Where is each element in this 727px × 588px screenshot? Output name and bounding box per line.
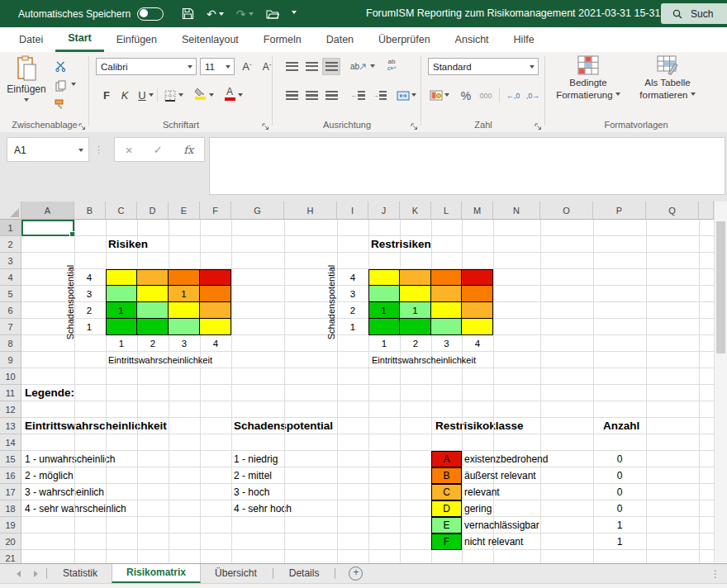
- sheet-tab-risikomatrix[interactable]: Risikomatrix: [112, 564, 201, 583]
- increase-decimal-icon[interactable]: ←,0: [504, 87, 522, 104]
- bold-button[interactable]: F: [99, 87, 114, 104]
- row-header-12[interactable]: 12: [0, 401, 21, 418]
- row-header-14[interactable]: 14: [0, 434, 21, 451]
- column-header-b[interactable]: B: [74, 202, 106, 220]
- fill-color-icon[interactable]: [192, 85, 208, 102]
- matrix-cell[interactable]: [368, 286, 400, 302]
- font-color-dropdown-icon[interactable]: [238, 93, 243, 99]
- paste-button[interactable]: Einfügen: [5, 55, 48, 116]
- risk-class-cell-a[interactable]: A: [431, 451, 462, 467]
- merge-center-icon[interactable]: [395, 87, 411, 104]
- column-header-a[interactable]: A: [21, 202, 74, 220]
- align-right-icon[interactable]: [322, 87, 340, 104]
- column-header-n[interactable]: N: [493, 202, 540, 220]
- row-header-4[interactable]: 4: [0, 269, 21, 286]
- column-header-e[interactable]: E: [169, 202, 200, 220]
- search-box[interactable]: Such: [661, 3, 727, 24]
- number-format-dropdown-icon[interactable]: [530, 65, 535, 71]
- autosave-toggle[interactable]: [137, 7, 164, 21]
- underline-dropdown-icon[interactable]: [149, 93, 154, 99]
- matrix-cell[interactable]: [431, 302, 462, 319]
- matrix-cell[interactable]: [200, 269, 231, 286]
- column-header-partial[interactable]: [699, 202, 714, 220]
- clipboard-dialog-launcher[interactable]: [78, 121, 86, 133]
- sheet-tab-details[interactable]: Details: [275, 564, 334, 583]
- matrix-cell[interactable]: [462, 269, 493, 286]
- borders-icon[interactable]: [162, 87, 178, 104]
- matrix-cell[interactable]: [400, 319, 431, 335]
- matrix-cell[interactable]: [368, 319, 400, 335]
- orientation-icon[interactable]: ab: [349, 58, 368, 75]
- paste-dropdown-icon[interactable]: [24, 98, 29, 104]
- row-header-19[interactable]: 19: [0, 517, 21, 533]
- column-header-f[interactable]: F: [200, 202, 231, 220]
- column-header-m[interactable]: M: [462, 202, 493, 220]
- matrix-cell[interactable]: [137, 286, 169, 302]
- matrix-cell[interactable]: [462, 286, 493, 302]
- name-box[interactable]: A1: [7, 137, 89, 162]
- align-middle-icon[interactable]: [302, 58, 321, 75]
- cell-styles-button[interactable]: Zellenfo: [707, 55, 727, 89]
- percent-style-icon[interactable]: %: [458, 87, 474, 104]
- column-header-p[interactable]: P: [593, 202, 646, 220]
- grow-font-icon[interactable]: Aˆ: [238, 58, 256, 75]
- ribbon-tab-start[interactable]: Start: [55, 27, 103, 52]
- orientation-dropdown-icon[interactable]: [370, 64, 375, 70]
- matrix-cell[interactable]: [169, 302, 200, 319]
- row-header-17[interactable]: 17: [0, 484, 21, 500]
- matrix-cell[interactable]: [400, 286, 431, 302]
- increase-indent-icon[interactable]: →: [370, 87, 388, 104]
- font-color-icon[interactable]: A: [221, 85, 238, 102]
- matrix-cell[interactable]: [106, 286, 137, 302]
- column-header-l[interactable]: L: [431, 202, 462, 220]
- matrix-cell[interactable]: [106, 269, 137, 286]
- row-header-5[interactable]: 5: [0, 286, 21, 302]
- matrix-cell[interactable]: [200, 302, 231, 319]
- matrix-cell[interactable]: 1: [169, 286, 200, 302]
- conditional-formatting-button[interactable]: Bedingte Formatierung: [550, 55, 626, 102]
- matrix-cell[interactable]: [368, 269, 400, 286]
- ribbon-tab-einfügen[interactable]: Einfügen: [104, 27, 169, 52]
- decrease-decimal-icon[interactable]: ,0→: [524, 87, 542, 104]
- align-top-icon[interactable]: [283, 58, 301, 75]
- ribbon-tab-ansicht[interactable]: Ansicht: [443, 27, 501, 52]
- row-header-20[interactable]: 20: [0, 533, 21, 550]
- ribbon-tab-überprüfen[interactable]: Überprüfen: [366, 27, 443, 52]
- matrix-cell[interactable]: 1: [106, 302, 137, 319]
- row-header-8[interactable]: 8: [0, 335, 21, 352]
- matrix-cell[interactable]: [400, 269, 431, 286]
- alignment-dialog-launcher[interactable]: [411, 121, 418, 133]
- ribbon-tab-hilfe[interactable]: Hilfe: [501, 27, 547, 52]
- formula-bar-handle[interactable]: ⋮: [94, 137, 103, 162]
- risk-class-cell-c[interactable]: C: [431, 484, 462, 500]
- matrix-cell[interactable]: [462, 319, 493, 335]
- open-icon[interactable]: [266, 8, 279, 20]
- name-box-dropdown-icon[interactable]: [78, 149, 83, 154]
- scrollbar-thumb[interactable]: [716, 221, 725, 353]
- format-as-table-button[interactable]: Als Tabelle formatieren: [630, 55, 706, 102]
- vertical-scrollbar[interactable]: [714, 202, 727, 563]
- sheet-tab-statistik[interactable]: Statistik: [49, 564, 112, 583]
- matrix-cell[interactable]: [200, 319, 231, 335]
- active-cell-selection[interactable]: [21, 220, 74, 236]
- matrix-cell[interactable]: [431, 269, 462, 286]
- font-dialog-launcher[interactable]: [262, 121, 269, 133]
- copy-icon[interactable]: [51, 77, 69, 94]
- cells-area[interactable]: Legende: Eintrittswahrscheinlichkeit Sch…: [21, 220, 714, 563]
- matrix-cell[interactable]: [169, 269, 200, 286]
- row-header-6[interactable]: 6: [0, 302, 21, 319]
- column-header-g[interactable]: G: [231, 202, 284, 220]
- row-header-18[interactable]: 18: [0, 500, 21, 517]
- underline-button[interactable]: U: [135, 87, 149, 104]
- wrap-text-icon[interactable]: ab c↩: [382, 56, 402, 74]
- insert-function-icon[interactable]: fx: [183, 144, 193, 156]
- sheet-tab-übersicht[interactable]: Übersicht: [201, 564, 271, 583]
- row-header-10[interactable]: 10: [0, 368, 21, 385]
- align-center-icon[interactable]: [302, 87, 321, 104]
- matrix-cell[interactable]: [137, 269, 169, 286]
- formula-input[interactable]: [209, 137, 725, 195]
- comma-style-icon[interactable]: 000: [476, 87, 496, 104]
- qat-customize-icon[interactable]: [292, 11, 297, 17]
- format-painter-icon[interactable]: [51, 96, 69, 113]
- column-header-d[interactable]: D: [137, 202, 169, 220]
